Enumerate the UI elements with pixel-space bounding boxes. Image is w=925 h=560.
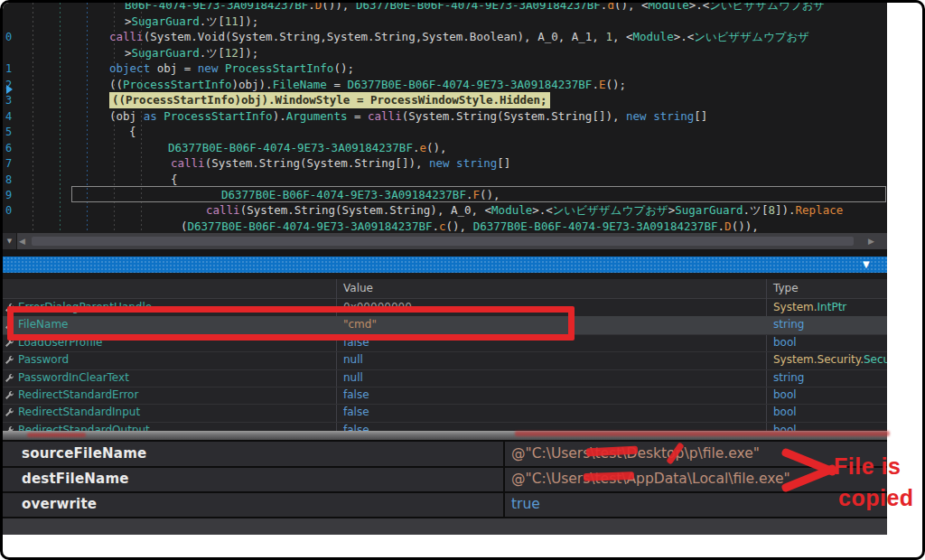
property-name: RedirectStandardError <box>18 387 138 404</box>
property-name: RedirectStandardInput <box>18 404 140 421</box>
line-number: 7 <box>5 155 12 172</box>
horizontal-scrollbar[interactable]: ▼ ◀ ▶ <box>3 233 887 249</box>
property-type: bool <box>773 422 797 431</box>
param-value: true <box>511 492 540 516</box>
line-number: 0 <box>5 202 12 219</box>
red-highlight-box <box>7 306 575 341</box>
scroll-left-icon[interactable]: ◀ <box>19 233 25 249</box>
line-number: 6 <box>5 140 12 156</box>
cursor-arrow-icon <box>6 85 13 94</box>
code-line: >SugarGuard.ツ[12]); <box>3 45 887 61</box>
property-type: bool <box>773 387 797 404</box>
column-header-value: Value <box>343 279 373 298</box>
property-type: System.IntPtr <box>773 299 846 316</box>
code-line: >SugarGuard.ツ[11]); <box>3 14 887 30</box>
debugger-screenshot: B06F-4074-9E73-3A09184237BF.D()), D6377B… <box>0 0 925 560</box>
line-number: 1 <box>5 61 12 77</box>
param-name: sourceFileName <box>22 442 146 465</box>
param-name: overwrite <box>22 492 97 516</box>
param-name: destFileName <box>22 467 129 490</box>
code-editor[interactable]: B06F-4074-9E73-3A09184237BF.D()), D6377B… <box>3 3 887 233</box>
property-value: false <box>343 422 369 431</box>
property-name: Password <box>18 351 69 369</box>
property-wrench-icon <box>4 407 14 418</box>
property-wrench-icon <box>4 390 14 401</box>
param-value: @"C:\Users\test\AppData\Local\file.exe" <box>511 467 790 490</box>
code-line: B06F-4074-9E73-3A09184237BF.D()), D6377B… <box>3 3 887 14</box>
locals-row-redirectstandardoutput[interactable]: RedirectStandardOutputfalsebool <box>3 422 887 431</box>
locals-row-redirectstandarderror[interactable]: RedirectStandardErrorfalsebool <box>3 387 887 405</box>
property-value: false <box>343 387 369 404</box>
code-line: 9D6377B0E-B06F-4074-9E73-3A09184237BF.F(… <box>3 187 887 203</box>
scrollbar-thumb[interactable] <box>32 237 854 246</box>
property-wrench-icon <box>4 373 14 384</box>
column-header-type: Type <box>773 279 799 298</box>
line-number: 5 <box>5 124 12 140</box>
code-line: 3((ProcessStartInfo)obj).WindowStyle = P… <box>3 92 887 108</box>
code-line: 0calli(System.String(System.String), A_0… <box>3 202 887 219</box>
code-line: 5{ <box>3 124 887 140</box>
chevron-down-icon[interactable]: ▼ <box>863 259 870 270</box>
locals-row-redirectstandardinput[interactable]: RedirectStandardInputfalsebool <box>3 404 887 422</box>
code-line: 7calli(System.String(System.String[]), n… <box>3 155 887 172</box>
property-type: string <box>773 316 804 333</box>
locals-row-passwordincleartext[interactable]: PasswordInClearTextnullstring <box>3 369 887 387</box>
panel-gap <box>3 273 887 279</box>
annotation-text: File is <box>834 453 901 480</box>
annotation-text: copied <box>838 485 914 511</box>
property-type: bool <box>773 334 797 351</box>
property-value: false <box>343 404 369 421</box>
locals-header-row: Value Type <box>3 279 887 299</box>
locals-row-password[interactable]: PasswordnullSystem.Security.SecureString <box>3 351 887 369</box>
property-type: bool <box>773 404 797 421</box>
line-number: 8 <box>5 172 12 188</box>
code-line: 2((ProcessStartInfo)obj).FileName = D637… <box>3 77 887 93</box>
panel-gap <box>3 249 887 257</box>
property-type: System.Security.SecureString <box>773 351 887 369</box>
code-line: 0calli(System.Void(System.String,System.… <box>3 29 887 45</box>
param-row-sourcefilename[interactable]: sourceFileName @"C:\Users\test\Desktop\p… <box>3 442 887 465</box>
line-number: 3 <box>5 92 12 108</box>
property-value: null <box>343 351 363 369</box>
code-line: 4(obj as ProcessStartInfo).Arguments = c… <box>3 108 887 125</box>
property-type: string <box>773 369 804 387</box>
line-number: 9 <box>5 187 12 203</box>
param-row-overwrite[interactable]: overwrite true <box>3 492 887 516</box>
code-line: 6D6377B0E-B06F-4074-9E73-3A09184237BF.e(… <box>3 140 887 156</box>
scrollbar-dropdown-icon[interactable]: ▼ <box>3 233 17 249</box>
red-smudge <box>515 431 890 436</box>
line-number: 0 <box>5 29 12 45</box>
property-name: RedirectStandardOutput <box>18 422 150 431</box>
code-line: 1object obj = new ProcessStartInfo(); <box>3 61 887 77</box>
locals-table[interactable]: Value Type ErrorDialogParentHandle0x0000… <box>3 279 887 431</box>
property-wrench-icon <box>4 355 14 366</box>
property-value: null <box>343 369 363 387</box>
property-name: PasswordInClearText <box>18 369 129 387</box>
empty-row[interactable] <box>3 518 887 535</box>
param-row-destfilename[interactable]: destFileName @"C:\Users\test\AppData\Loc… <box>3 467 887 490</box>
scroll-right-icon[interactable]: ▶ <box>868 233 874 249</box>
params-table[interactable]: sourceFileName @"C:\Users\test\Desktop\p… <box>3 440 887 535</box>
collapsed-panel-bar[interactable]: ▼ <box>3 257 887 273</box>
code-line: (D6377B0E-B06F-4074-9E73-3A09184237BF.c(… <box>3 219 887 233</box>
red-smudge <box>27 433 86 437</box>
line-number: 4 <box>5 108 12 125</box>
